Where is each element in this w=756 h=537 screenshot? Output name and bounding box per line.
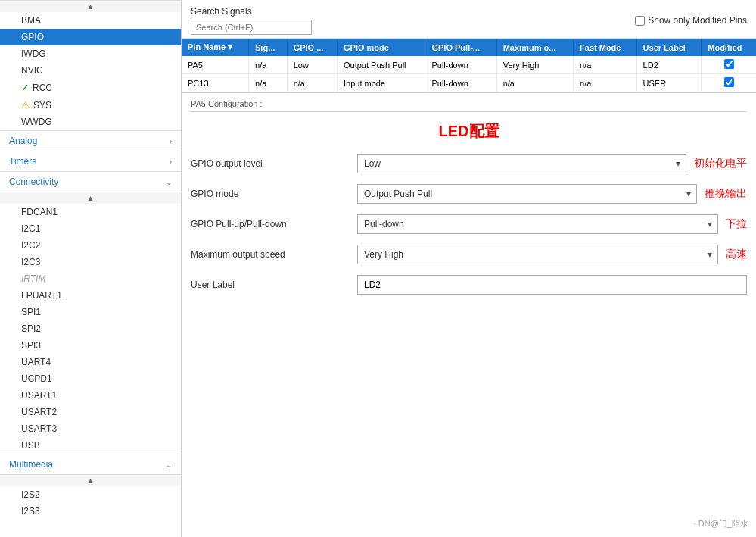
cell-modified[interactable]	[702, 74, 756, 92]
sidebar-item-SPI1[interactable]: SPI1	[0, 304, 181, 320]
sidebar-item-UART4[interactable]: UART4	[0, 354, 181, 370]
col-gpio-output[interactable]: GPIO ...	[287, 39, 337, 56]
config-row-gpio_mode: GPIO mode Output Push PullOutput Open Dr…	[191, 184, 747, 204]
sidebar-multimedia-scroll-up[interactable]: ▲	[0, 474, 181, 486]
sidebar-section-Timers[interactable]: Timers ›	[0, 151, 181, 171]
cell-gpio-pull: Pull-down	[425, 74, 496, 92]
sidebar-item-BMA[interactable]: BMA	[0, 12, 181, 29]
gpio_mode-label: GPIO mode	[191, 189, 357, 199]
sidebar-item-I2C3[interactable]: I2C3	[0, 254, 181, 270]
multimedia-arrow: ⌄	[166, 461, 172, 469]
cell-max-output: Very High	[496, 56, 573, 74]
sidebar-item-LPUART1[interactable]: LPUART1	[0, 287, 181, 304]
sidebar-item-NVIC[interactable]: NVIC	[0, 62, 181, 79]
connectivity-arrow: ⌄	[166, 178, 172, 186]
sidebar-item-UCPD1[interactable]: UCPD1	[0, 370, 181, 387]
col-gpio-mode[interactable]: GPIO mode	[338, 39, 425, 56]
config-row-gpio_pull: GPIO Pull-up/Pull-down No pull-up and no…	[191, 214, 747, 234]
table-row[interactable]: PC13 n/a n/a Input mode Pull-down n/a n/…	[182, 74, 756, 92]
gpio_pull-select-wrapper: No pull-up and no pull-downPull-upPull-d…	[357, 214, 718, 234]
sidebar-item-USART3[interactable]: USART3	[0, 420, 181, 437]
cell-signal: n/a	[249, 56, 288, 74]
cell-gpio-pull: Pull-down	[425, 56, 496, 74]
gpio_mode-annotation: 推挽输出	[705, 187, 747, 201]
gpio_mode-select-wrapper: Output Push PullOutput Open DrainInput m…	[357, 184, 697, 204]
col-modified[interactable]: Modified	[702, 39, 756, 56]
max_output_speed-annotation: 高速	[726, 248, 747, 261]
gpio_output_level-label: GPIO output level	[191, 158, 357, 169]
analog-arrow: ›	[170, 137, 172, 145]
sidebar-scroll-up[interactable]: ▲	[0, 0, 181, 12]
col-user-label[interactable]: User Label	[636, 39, 702, 56]
sidebar-section-Connectivity[interactable]: Connectivity ⌄	[0, 171, 181, 192]
sidebar-item-FDCAN1[interactable]: FDCAN1	[0, 204, 181, 220]
watermark: · DN@门_陌水	[694, 518, 748, 529]
search-bar: Search Signals Show only Modified Pins	[182, 0, 756, 39]
signals-table-container: Pin Name ▾ Sig... GPIO ... GPIO mode GPI…	[182, 39, 756, 93]
sidebar-item-WWDG[interactable]: WWDG	[0, 114, 181, 130]
check-yellow-icon: ⚠	[21, 99, 30, 111]
main-content: Search Signals Show only Modified Pins P…	[182, 0, 756, 537]
sidebar-item-SPI2[interactable]: SPI2	[0, 320, 181, 337]
config-row-gpio_output_level: GPIO output level LowHigh 初始化电平	[191, 154, 747, 173]
sidebar-item-I2S3[interactable]: I2S3	[0, 503, 181, 520]
cell-gpio-mode: Output Push Pull	[338, 56, 425, 74]
config-main-title: LED配置	[191, 121, 747, 142]
cell-user-label: USER	[636, 74, 702, 92]
signals-table: Pin Name ▾ Sig... GPIO ... GPIO mode GPI…	[182, 39, 756, 92]
cell-signal: n/a	[249, 74, 288, 92]
check-green-icon: ✓	[21, 82, 30, 93]
sidebar-item-SPI3[interactable]: SPI3	[0, 337, 181, 354]
col-fast-mode[interactable]: Fast Mode	[574, 39, 637, 56]
cell-fast-mode: n/a	[574, 56, 637, 74]
max_output_speed-label: Maximum output speed	[191, 249, 357, 260]
gpio_output_level-annotation: 初始化电平	[694, 157, 747, 170]
gpio_mode-select[interactable]: Output Push PullOutput Open DrainInput m…	[357, 184, 697, 204]
show-modified-checkbox[interactable]	[635, 16, 645, 26]
table-row[interactable]: PA5 n/a Low Output Push Pull Pull-down V…	[182, 56, 756, 74]
sidebar-item-SYS[interactable]: ⚠ SYS	[0, 96, 181, 114]
col-gpio-pull[interactable]: GPIO Pull-...	[425, 39, 496, 56]
cell-pin-name: PC13	[182, 74, 249, 92]
sidebar-item-USART1[interactable]: USART1	[0, 387, 181, 404]
sidebar-item-GPIO[interactable]: GPIO	[0, 29, 181, 45]
modified-checkbox[interactable]	[724, 77, 734, 87]
modified-checkbox[interactable]	[724, 59, 734, 69]
gpio_pull-label: GPIO Pull-up/Pull-down	[191, 219, 357, 229]
col-max-output[interactable]: Maximum o...	[496, 39, 573, 56]
search-input[interactable]	[191, 20, 312, 35]
gpio_pull-select[interactable]: No pull-up and no pull-downPull-upPull-d…	[357, 214, 718, 234]
config-row-max_output_speed: Maximum output speed LowMediumHighVery H…	[191, 245, 747, 264]
sidebar-item-USART2[interactable]: USART2	[0, 404, 181, 420]
cell-pin-name: PA5	[182, 56, 249, 74]
sidebar-item-I2S2[interactable]: I2S2	[0, 486, 181, 503]
sidebar-section-Multimedia[interactable]: Multimedia ⌄	[0, 454, 181, 474]
sidebar-item-USB[interactable]: USB	[0, 437, 181, 454]
cell-fast-mode: n/a	[574, 74, 637, 92]
gpio_output_level-select[interactable]: LowHigh	[357, 154, 686, 173]
user_label-input[interactable]	[357, 275, 747, 295]
col-pin-name[interactable]: Pin Name ▾	[182, 39, 249, 56]
gpio_output_level-select-wrapper: LowHigh	[357, 154, 686, 173]
timers-arrow: ›	[170, 158, 172, 166]
cell-gpio-output: Low	[287, 56, 337, 74]
sidebar-item-I2C1[interactable]: I2C1	[0, 220, 181, 237]
sidebar-item-IWDG[interactable]: IWDG	[0, 45, 181, 62]
col-signal[interactable]: Sig...	[249, 39, 288, 56]
show-modified-label: Show only Modified Pins	[648, 15, 747, 26]
search-label: Search Signals	[191, 6, 312, 17]
analog-label: Analog	[9, 136, 37, 146]
gpio_pull-annotation: 下拉	[726, 217, 747, 231]
sidebar-item-I2C2[interactable]: I2C2	[0, 237, 181, 254]
cell-modified[interactable]	[702, 56, 756, 74]
sidebar-conn-scroll-up[interactable]: ▲	[0, 192, 181, 204]
user_label-label: User Label	[191, 279, 357, 290]
cell-gpio-output: n/a	[287, 74, 337, 92]
max_output_speed-select-wrapper: LowMediumHighVery High	[357, 245, 718, 264]
max_output_speed-select[interactable]: LowMediumHighVery High	[357, 245, 718, 264]
connectivity-label: Connectivity	[9, 176, 58, 187]
cell-user-label: LD2	[636, 56, 702, 74]
sidebar: ▲ BMA GPIO IWDG NVIC ✓ RCC ⚠ SYS WWDG An…	[0, 0, 182, 537]
sidebar-section-Analog[interactable]: Analog ›	[0, 130, 181, 151]
sidebar-item-RCC[interactable]: ✓ RCC	[0, 79, 181, 96]
